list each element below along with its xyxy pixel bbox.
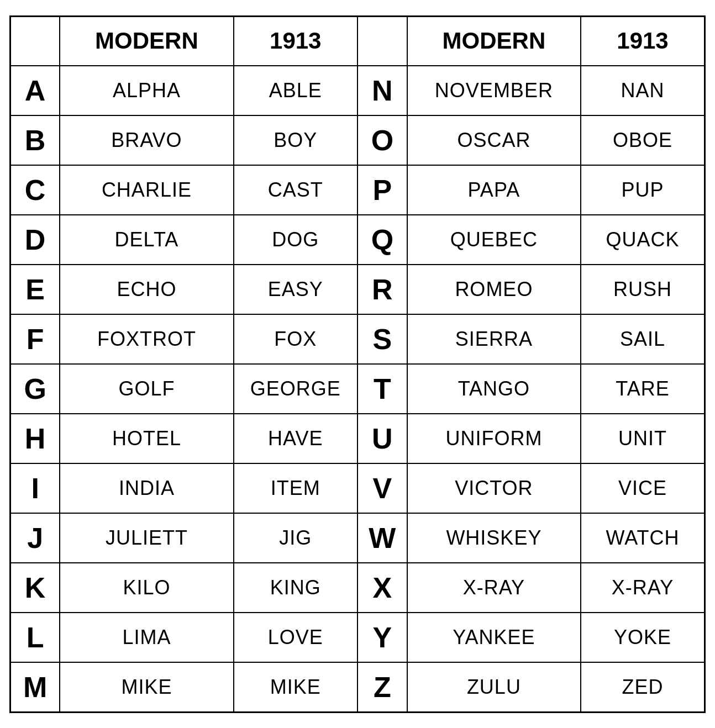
table-row: MMIKEMIKEZZULUZED — [10, 662, 705, 712]
modern-cell-right: VICTOR — [407, 463, 581, 513]
header-empty-2 — [358, 16, 407, 66]
year-cell-left: DOG — [234, 215, 358, 265]
letter-cell-right: N — [358, 66, 407, 115]
year-cell-right: OBOE — [581, 115, 705, 165]
modern-cell-right: YANKEE — [407, 613, 581, 662]
year-cell-left: HAVE — [234, 414, 358, 463]
letter-cell-right: W — [358, 513, 407, 563]
modern-cell-left: DELTA — [60, 215, 233, 265]
table-row: KKILOKINGXX-RAYX-RAY — [10, 563, 705, 613]
letter-cell-right: Z — [358, 662, 407, 712]
year-cell-left: GEORGE — [234, 364, 358, 414]
modern-cell-right: ROMEO — [407, 265, 581, 314]
letter-cell-left: K — [10, 563, 60, 613]
modern-cell-right: X-RAY — [407, 563, 581, 613]
letter-cell-right: T — [358, 364, 407, 414]
header-year-2: 1913 — [581, 16, 705, 66]
year-cell-right: SAIL — [581, 314, 705, 364]
modern-cell-left: ALPHA — [60, 66, 233, 115]
year-cell-left: FOX — [234, 314, 358, 364]
modern-cell-left: FOXTROT — [60, 314, 233, 364]
letter-cell-right: Q — [358, 215, 407, 265]
letter-cell-left: L — [10, 613, 60, 662]
modern-cell-left: HOTEL — [60, 414, 233, 463]
modern-cell-right: UNIFORM — [407, 414, 581, 463]
year-cell-left: MIKE — [234, 662, 358, 712]
letter-cell-right: X — [358, 563, 407, 613]
modern-cell-left: GOLF — [60, 364, 233, 414]
header-empty-1 — [10, 16, 60, 66]
modern-cell-right: OSCAR — [407, 115, 581, 165]
header-modern-1: MODERN — [60, 16, 233, 66]
letter-cell-left: M — [10, 662, 60, 712]
letter-cell-left: D — [10, 215, 60, 265]
year-cell-left: CAST — [234, 165, 358, 215]
modern-cell-right: QUEBEC — [407, 215, 581, 265]
letter-cell-left: A — [10, 66, 60, 115]
year-cell-right: QUACK — [581, 215, 705, 265]
table-row: LLIMALOVEYYANKEEYOKE — [10, 613, 705, 662]
letter-cell-left: H — [10, 414, 60, 463]
letter-cell-right: U — [358, 414, 407, 463]
letter-cell-right: O — [358, 115, 407, 165]
year-cell-right: VICE — [581, 463, 705, 513]
year-cell-right: WATCH — [581, 513, 705, 563]
table-row: GGOLFGEORGETTANGOTARE — [10, 364, 705, 414]
modern-cell-right: NOVEMBER — [407, 66, 581, 115]
table-row: AALPHAABLENNOVEMBERNAN — [10, 66, 705, 115]
table-row: DDELTADOGQQUEBECQUACK — [10, 215, 705, 265]
letter-cell-right: Y — [358, 613, 407, 662]
year-cell-right: TARE — [581, 364, 705, 414]
year-cell-left: ABLE — [234, 66, 358, 115]
year-cell-right: PUP — [581, 165, 705, 215]
modern-cell-left: LIMA — [60, 613, 233, 662]
header-year-1: 1913 — [234, 16, 358, 66]
letter-cell-left: J — [10, 513, 60, 563]
phonetic-alphabet-table: MODERN 1913 MODERN 1913 AALPHAABLENNOVEM… — [9, 15, 706, 713]
letter-cell-left: E — [10, 265, 60, 314]
year-cell-left: LOVE — [234, 613, 358, 662]
letter-cell-left: B — [10, 115, 60, 165]
year-cell-right: YOKE — [581, 613, 705, 662]
year-cell-right: ZED — [581, 662, 705, 712]
table-row: FFOXTROTFOXSSIERRASAIL — [10, 314, 705, 364]
year-cell-left: ITEM — [234, 463, 358, 513]
table-row: CCHARLIECASTPPAPAPUP — [10, 165, 705, 215]
letter-cell-right: S — [358, 314, 407, 364]
letter-cell-left: I — [10, 463, 60, 513]
modern-cell-right: ZULU — [407, 662, 581, 712]
modern-cell-right: SIERRA — [407, 314, 581, 364]
modern-cell-left: INDIA — [60, 463, 233, 513]
letter-cell-left: G — [10, 364, 60, 414]
modern-cell-left: JULIETT — [60, 513, 233, 563]
modern-cell-right: WHISKEY — [407, 513, 581, 563]
table-row: IINDIAITEMVVICTORVICE — [10, 463, 705, 513]
letter-cell-left: F — [10, 314, 60, 364]
year-cell-left: EASY — [234, 265, 358, 314]
letter-cell-right: R — [358, 265, 407, 314]
modern-cell-left: KILO — [60, 563, 233, 613]
letter-cell-left: C — [10, 165, 60, 215]
table-row: JJULIETTJIGWWHISKEYWATCH — [10, 513, 705, 563]
table-row: BBRAVOBOYOOSCAROBOE — [10, 115, 705, 165]
modern-cell-left: MIKE — [60, 662, 233, 712]
year-cell-right: NAN — [581, 66, 705, 115]
letter-cell-right: P — [358, 165, 407, 215]
year-cell-left: JIG — [234, 513, 358, 563]
table-row: HHOTELHAVEUUNIFORMUNIT — [10, 414, 705, 463]
table-row: EECHOEASYRROMEORUSH — [10, 265, 705, 314]
year-cell-right: X-RAY — [581, 563, 705, 613]
modern-cell-left: ECHO — [60, 265, 233, 314]
modern-cell-left: BRAVO — [60, 115, 233, 165]
header-modern-2: MODERN — [407, 16, 581, 66]
year-cell-left: BOY — [234, 115, 358, 165]
year-cell-right: UNIT — [581, 414, 705, 463]
year-cell-left: KING — [234, 563, 358, 613]
modern-cell-left: CHARLIE — [60, 165, 233, 215]
modern-cell-right: PAPA — [407, 165, 581, 215]
year-cell-right: RUSH — [581, 265, 705, 314]
letter-cell-right: V — [358, 463, 407, 513]
modern-cell-right: TANGO — [407, 364, 581, 414]
